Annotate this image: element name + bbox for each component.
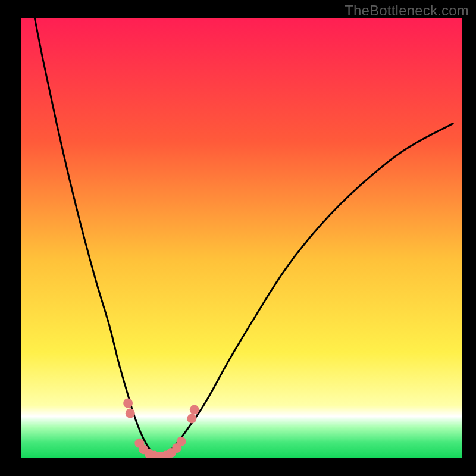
highlight-dot	[187, 414, 196, 423]
highlight-dot	[177, 437, 186, 446]
highlight-dot	[190, 405, 199, 415]
watermark-text: TheBottleneck.com	[345, 2, 469, 19]
highlight-dot	[123, 399, 133, 408]
plot-area	[21, 18, 462, 458]
chart-frame: TheBottleneck.com	[0, 0, 476, 476]
highlight-dot	[126, 409, 135, 418]
gradient-background	[21, 18, 462, 458]
bottleneck-chart	[21, 18, 462, 458]
